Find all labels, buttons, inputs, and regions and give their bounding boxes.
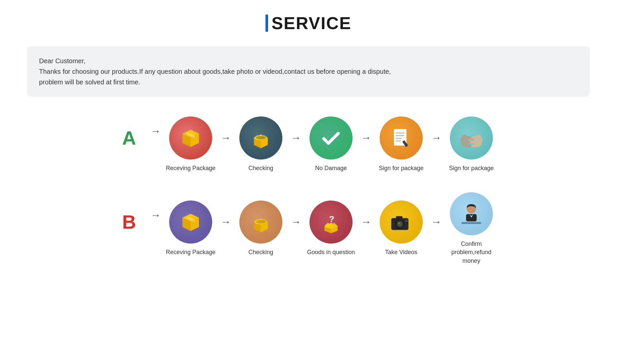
step-label-b1: Receving Package	[166, 248, 215, 256]
circle-a2	[239, 116, 282, 159]
svg-point-27	[256, 220, 266, 223]
flow-row-a: A → Receving Package →	[27, 113, 590, 172]
arrow-a0: →	[150, 125, 161, 137]
title-accent-bar	[265, 15, 268, 32]
flow-row-b: B → Receving Package →	[27, 189, 590, 265]
svg-rect-41	[396, 216, 403, 219]
svg-rect-45	[461, 222, 481, 224]
circle-b3: ?	[309, 201, 353, 244]
step-label-a2: Checking	[248, 164, 273, 172]
step-label-a4: Sign for package	[379, 164, 423, 172]
circle-a4	[380, 116, 423, 159]
circle-a1	[169, 116, 212, 159]
circle-b5	[450, 192, 493, 235]
arrow-b4: →	[431, 216, 442, 228]
arrow-b3: →	[361, 216, 371, 228]
arrow-a2: →	[291, 132, 301, 144]
step-b4: Take Videos	[375, 201, 428, 256]
arrow-a3: →	[361, 132, 371, 144]
svg-text:?: ?	[329, 214, 334, 224]
page-title: SERVICE	[271, 13, 351, 33]
svg-rect-43	[466, 214, 477, 221]
step-b1: Receving Package	[164, 201, 217, 256]
notice-line1: Dear Customer,	[39, 56, 578, 66]
arrow-a1: →	[220, 132, 231, 144]
step-a2: Checking	[234, 116, 287, 172]
step-label-a3: No Damage	[315, 164, 347, 172]
circle-a3	[309, 116, 353, 159]
svg-point-17	[469, 138, 474, 141]
step-label-a1: Receving Package	[166, 164, 215, 172]
step-b3: ? Goods in question	[305, 201, 357, 256]
page-header: SERVICE	[265, 13, 351, 33]
flow-label-b: B	[119, 211, 139, 233]
notice-line3: problem will be solved at first time.	[39, 77, 578, 87]
circle-b2	[239, 201, 282, 244]
svg-point-9	[256, 136, 266, 139]
step-a5: Sign for package	[445, 116, 498, 172]
step-label-a5: Sign for package	[449, 164, 494, 172]
step-a1: Receving Package	[164, 116, 217, 172]
flow-label-a: A	[119, 127, 139, 149]
arrow-a4: →	[431, 132, 442, 144]
svg-rect-40	[405, 219, 408, 222]
step-label-b4: Take Videos	[385, 248, 417, 256]
notice-box: Dear Customer, Thanks for choosing our p…	[27, 46, 590, 97]
arrow-b2: →	[291, 216, 301, 228]
arrow-b1: →	[220, 216, 231, 228]
step-label-b3: Goods in question	[307, 248, 355, 256]
circle-b1	[169, 201, 212, 244]
svg-point-39	[398, 222, 400, 224]
step-a3: No Damage	[305, 116, 357, 172]
circle-a5	[450, 116, 493, 159]
step-label-b2: Checking	[248, 248, 273, 256]
step-b2: Checking	[234, 201, 287, 256]
notice-line2: Thanks for choosing our products.If any …	[39, 66, 578, 77]
step-b5: Confirm problem,refund money	[445, 192, 498, 265]
step-a4: Sign for package	[375, 116, 428, 172]
arrow-b0: →	[150, 209, 161, 221]
step-label-b5: Confirm problem,refund money	[445, 240, 498, 265]
circle-b4	[380, 201, 423, 244]
